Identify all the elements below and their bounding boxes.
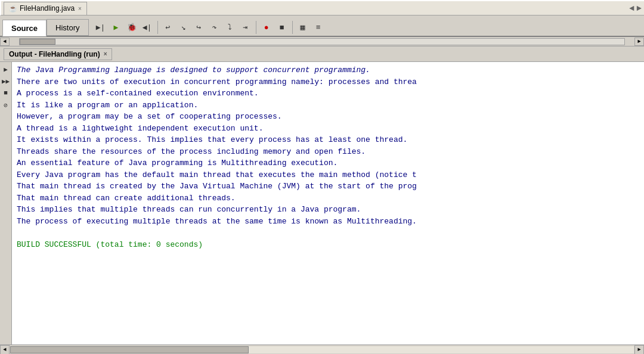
step-over2-btn[interactable]: ↷ (208, 20, 222, 35)
title-bar: ☕ FileHandling.java × ◄ ► (0, 0, 644, 15)
output-line: An essential feature of Java programming… (17, 157, 639, 169)
tab-source-label: Source (11, 24, 38, 33)
bottom-scrollbar[interactable]: ◄ ► (0, 344, 644, 354)
output-line: However, a program may be a set of coope… (17, 111, 639, 123)
output-line: There are two units of execution in conc… (17, 76, 639, 88)
run-forward-btn[interactable]: ▶| (94, 20, 108, 35)
main-container: ☕ FileHandling.java × ◄ ► Source History… (0, 0, 644, 354)
profile-btn[interactable]: ≡ (311, 20, 326, 35)
clear-side-btn[interactable]: ⊘ (1, 100, 11, 110)
hscroll-thumb[interactable] (20, 39, 55, 45)
step-into-btn[interactable]: ↘ (177, 20, 191, 35)
output-line: That main thread can create additional t… (17, 192, 639, 204)
file-icon: ☕ (9, 5, 17, 13)
output-line: Threads share the resources of the proce… (17, 146, 639, 158)
run-btn[interactable]: ▶ (109, 20, 123, 35)
sep3 (292, 21, 293, 34)
output-tab-close[interactable]: × (104, 51, 107, 57)
scroll-track[interactable] (10, 346, 634, 353)
finish-btn[interactable]: ⇥ (239, 20, 253, 35)
output-line: A thread is a lightweight independent ex… (17, 123, 639, 135)
title-nav: ◄ ► (629, 4, 642, 13)
tab-history[interactable]: History (47, 19, 88, 36)
toolbar: ▶| ▶ 🐞 ◀| ↩ ↘ ↪ ↷ (91, 19, 642, 36)
output-panel: Output - FileHandling (run) × ▶ ▶▶ ■ ⊘ T… (0, 46, 644, 354)
output-line: The Java Programming language is designe… (17, 64, 639, 76)
chart-btn[interactable]: ▦ (296, 20, 310, 35)
run-side-btn[interactable]: ▶ (1, 64, 11, 74)
file-tab-label: FileHandling.java (20, 4, 75, 13)
hscroll-track[interactable] (19, 38, 625, 45)
tab-source[interactable]: Source (2, 20, 47, 36)
output-line: It is like a program or an application. (17, 100, 639, 111)
hscroll-right-arrow[interactable]: ► (634, 38, 644, 46)
output-tab-label: Output - FileHandling (run) (9, 50, 100, 58)
hscroll-left-arrow[interactable]: ◄ (0, 38, 10, 46)
scroll-thumb[interactable] (10, 346, 249, 353)
output-line: It exists within a process. This implies… (17, 134, 639, 146)
output-line: Every Java program has the default main … (17, 169, 639, 181)
record-btn[interactable]: ● (259, 20, 274, 35)
nav-fwd-btn[interactable]: ► (637, 4, 642, 13)
sep2 (256, 21, 256, 34)
scroll-left-arrow[interactable]: ◄ (0, 345, 10, 355)
output-text-area[interactable]: The Java Programming language is designe… (12, 62, 644, 344)
output-line: This implies that multiple threads can r… (17, 204, 639, 216)
nav-back-btn[interactable]: ◄ (629, 4, 634, 13)
top-hscroll[interactable]: ◄ ► (0, 37, 644, 46)
output-line: That main thread is created by the Java … (17, 181, 639, 192)
output-content-wrapper: ▶ ▶▶ ■ ⊘ The Java Programming language i… (0, 62, 644, 344)
rerun-side-btn[interactable]: ▶▶ (1, 76, 11, 86)
step-over-btn[interactable]: ↪ (192, 20, 206, 35)
file-tab-close[interactable]: × (78, 5, 82, 12)
debug-btn[interactable]: 🐞 (125, 20, 139, 35)
tabs-bar: Source History ▶| ▶ 🐞 ◀| ↩ (0, 15, 644, 37)
step-out-btn[interactable]: ↩ (161, 20, 175, 35)
tab-history-label: History (55, 23, 79, 32)
output-line: The process of executing multiple thread… (17, 216, 639, 228)
output-line: A process is a self-contained execution … (17, 88, 639, 100)
continue-btn[interactable]: ⤵ (223, 20, 237, 35)
file-tab[interactable]: ☕ FileHandling.java × (4, 2, 87, 15)
output-title-bar: Output - FileHandling (run) × (0, 46, 644, 62)
scroll-right-arrow[interactable]: ► (634, 345, 644, 355)
output-tab[interactable]: Output - FileHandling (run) × (4, 48, 112, 60)
stop-side-btn[interactable]: ■ (1, 88, 11, 98)
output-side-buttons: ▶ ▶▶ ■ ⊘ (0, 62, 12, 344)
step-back-btn[interactable]: ◀| (140, 20, 154, 35)
build-success-line: BUILD SUCCESSFUL (total time: 0 seconds) (17, 239, 639, 251)
sep1 (157, 21, 158, 34)
stop-btn[interactable]: ■ (275, 20, 289, 35)
